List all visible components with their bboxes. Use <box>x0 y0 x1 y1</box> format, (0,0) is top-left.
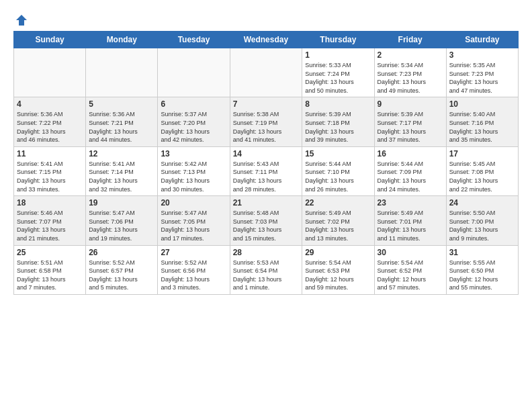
day-info: Sunrise: 5:53 AM Sunset: 6:54 PM Dayligh… <box>233 259 300 292</box>
calendar-cell: 12Sunrise: 5:41 AM Sunset: 7:14 PM Dayli… <box>86 146 158 195</box>
day-number: 15 <box>305 149 371 158</box>
calendar-cell: 14Sunrise: 5:43 AM Sunset: 7:11 PM Dayli… <box>230 146 302 195</box>
day-number: 3 <box>449 50 515 60</box>
calendar-week-row: 11Sunrise: 5:41 AM Sunset: 7:15 PM Dayli… <box>14 146 519 195</box>
day-info: Sunrise: 5:39 AM Sunset: 7:17 PM Dayligh… <box>378 110 443 144</box>
day-info: Sunrise: 5:50 AM Sunset: 7:00 PM Dayligh… <box>449 209 515 242</box>
day-header-friday: Friday <box>374 32 446 48</box>
calendar-cell: 6Sunrise: 5:37 AM Sunset: 7:20 PM Daylig… <box>158 97 230 146</box>
calendar-cell: 15Sunrise: 5:44 AM Sunset: 7:10 PM Dayli… <box>302 146 374 195</box>
day-info: Sunrise: 5:36 AM Sunset: 7:22 PM Dayligh… <box>17 110 83 144</box>
day-info: Sunrise: 5:43 AM Sunset: 7:11 PM Dayligh… <box>233 160 300 193</box>
day-info: Sunrise: 5:54 AM Sunset: 6:53 PM Dayligh… <box>305 259 371 292</box>
day-info: Sunrise: 5:41 AM Sunset: 7:14 PM Dayligh… <box>89 160 154 193</box>
day-number: 14 <box>233 149 300 158</box>
calendar-cell: 31Sunrise: 5:55 AM Sunset: 6:50 PM Dayli… <box>446 245 518 294</box>
calendar-cell: 10Sunrise: 5:40 AM Sunset: 7:16 PM Dayli… <box>446 97 518 146</box>
day-info: Sunrise: 5:51 AM Sunset: 6:58 PM Dayligh… <box>17 259 83 292</box>
day-number: 26 <box>89 248 154 257</box>
day-info: Sunrise: 5:39 AM Sunset: 7:18 PM Dayligh… <box>305 110 371 144</box>
calendar-cell: 18Sunrise: 5:46 AM Sunset: 7:07 PM Dayli… <box>14 196 86 245</box>
logo-icon <box>15 13 28 27</box>
day-number: 18 <box>17 198 83 208</box>
day-number: 8 <box>305 99 371 109</box>
logo <box>13 13 28 24</box>
calendar-cell: 9Sunrise: 5:39 AM Sunset: 7:17 PM Daylig… <box>374 97 446 146</box>
day-info: Sunrise: 5:38 AM Sunset: 7:19 PM Dayligh… <box>233 110 300 144</box>
calendar-cell: 27Sunrise: 5:52 AM Sunset: 6:56 PM Dayli… <box>158 245 230 294</box>
day-number: 6 <box>161 99 226 109</box>
calendar-cell: 19Sunrise: 5:47 AM Sunset: 7:06 PM Dayli… <box>86 196 158 245</box>
day-info: Sunrise: 5:44 AM Sunset: 7:09 PM Dayligh… <box>378 160 443 193</box>
calendar-cell: 17Sunrise: 5:45 AM Sunset: 7:08 PM Dayli… <box>446 146 518 195</box>
day-number: 17 <box>449 149 515 158</box>
day-number: 7 <box>233 99 300 109</box>
day-info: Sunrise: 5:42 AM Sunset: 7:13 PM Dayligh… <box>161 160 226 193</box>
calendar-cell: 16Sunrise: 5:44 AM Sunset: 7:09 PM Dayli… <box>374 146 446 195</box>
day-number: 16 <box>378 149 443 158</box>
day-info: Sunrise: 5:41 AM Sunset: 7:15 PM Dayligh… <box>17 160 83 193</box>
calendar-cell <box>14 48 86 97</box>
day-number: 20 <box>161 198 226 208</box>
calendar-cell <box>230 48 302 97</box>
day-header-monday: Monday <box>86 32 158 48</box>
calendar-header-row: SundayMondayTuesdayWednesdayThursdayFrid… <box>14 32 519 48</box>
day-number: 27 <box>161 248 226 257</box>
day-info: Sunrise: 5:35 AM Sunset: 7:23 PM Dayligh… <box>449 61 515 95</box>
day-header-tuesday: Tuesday <box>158 32 230 48</box>
calendar-cell: 28Sunrise: 5:53 AM Sunset: 6:54 PM Dayli… <box>230 245 302 294</box>
day-info: Sunrise: 5:55 AM Sunset: 6:50 PM Dayligh… <box>449 259 515 292</box>
day-number: 12 <box>89 149 154 158</box>
day-info: Sunrise: 5:52 AM Sunset: 6:56 PM Dayligh… <box>161 259 226 292</box>
calendar-cell: 23Sunrise: 5:49 AM Sunset: 7:01 PM Dayli… <box>374 196 446 245</box>
day-info: Sunrise: 5:34 AM Sunset: 7:23 PM Dayligh… <box>378 61 443 95</box>
day-header-thursday: Thursday <box>302 32 374 48</box>
calendar-table: SundayMondayTuesdayWednesdayThursdayFrid… <box>13 31 519 295</box>
calendar-cell: 7Sunrise: 5:38 AM Sunset: 7:19 PM Daylig… <box>230 97 302 146</box>
day-number: 9 <box>378 99 443 109</box>
day-info: Sunrise: 5:49 AM Sunset: 7:02 PM Dayligh… <box>305 209 371 242</box>
day-number: 30 <box>378 248 443 257</box>
calendar-cell: 22Sunrise: 5:49 AM Sunset: 7:02 PM Dayli… <box>302 196 374 245</box>
day-number: 2 <box>378 50 443 60</box>
day-info: Sunrise: 5:37 AM Sunset: 7:20 PM Dayligh… <box>161 110 226 144</box>
day-number: 5 <box>89 99 154 109</box>
day-number: 10 <box>449 99 515 109</box>
calendar-week-row: 4Sunrise: 5:36 AM Sunset: 7:22 PM Daylig… <box>14 97 519 146</box>
day-header-sunday: Sunday <box>14 32 86 48</box>
calendar-cell: 20Sunrise: 5:47 AM Sunset: 7:05 PM Dayli… <box>158 196 230 245</box>
calendar-cell: 8Sunrise: 5:39 AM Sunset: 7:18 PM Daylig… <box>302 97 374 146</box>
day-info: Sunrise: 5:45 AM Sunset: 7:08 PM Dayligh… <box>449 160 515 193</box>
day-info: Sunrise: 5:46 AM Sunset: 7:07 PM Dayligh… <box>17 209 83 242</box>
calendar-cell: 25Sunrise: 5:51 AM Sunset: 6:58 PM Dayli… <box>14 245 86 294</box>
calendar-cell: 29Sunrise: 5:54 AM Sunset: 6:53 PM Dayli… <box>302 245 374 294</box>
calendar-cell: 24Sunrise: 5:50 AM Sunset: 7:00 PM Dayli… <box>446 196 518 245</box>
day-number: 29 <box>305 248 371 257</box>
day-info: Sunrise: 5:33 AM Sunset: 7:24 PM Dayligh… <box>305 61 371 95</box>
day-number: 31 <box>449 248 515 257</box>
day-header-wednesday: Wednesday <box>230 32 302 48</box>
calendar-cell: 5Sunrise: 5:36 AM Sunset: 7:21 PM Daylig… <box>86 97 158 146</box>
day-number: 22 <box>305 198 371 208</box>
calendar-cell: 30Sunrise: 5:54 AM Sunset: 6:52 PM Dayli… <box>374 245 446 294</box>
day-info: Sunrise: 5:40 AM Sunset: 7:16 PM Dayligh… <box>449 110 515 144</box>
day-header-saturday: Saturday <box>446 32 518 48</box>
page-header <box>13 13 519 24</box>
day-info: Sunrise: 5:48 AM Sunset: 7:03 PM Dayligh… <box>233 209 300 242</box>
day-number: 1 <box>305 50 371 60</box>
calendar-cell: 1Sunrise: 5:33 AM Sunset: 7:24 PM Daylig… <box>302 48 374 97</box>
day-info: Sunrise: 5:36 AM Sunset: 7:21 PM Dayligh… <box>89 110 154 144</box>
calendar-cell: 2Sunrise: 5:34 AM Sunset: 7:23 PM Daylig… <box>374 48 446 97</box>
svg-marker-0 <box>16 15 27 26</box>
calendar-cell: 11Sunrise: 5:41 AM Sunset: 7:15 PM Dayli… <box>14 146 86 195</box>
day-number: 11 <box>17 149 83 158</box>
day-info: Sunrise: 5:49 AM Sunset: 7:01 PM Dayligh… <box>378 209 443 242</box>
calendar-week-row: 1Sunrise: 5:33 AM Sunset: 7:24 PM Daylig… <box>14 48 519 97</box>
calendar-cell <box>86 48 158 97</box>
calendar-week-row: 25Sunrise: 5:51 AM Sunset: 6:58 PM Dayli… <box>14 245 519 294</box>
day-number: 28 <box>233 248 300 257</box>
day-info: Sunrise: 5:47 AM Sunset: 7:05 PM Dayligh… <box>161 209 226 242</box>
day-info: Sunrise: 5:47 AM Sunset: 7:06 PM Dayligh… <box>89 209 154 242</box>
day-info: Sunrise: 5:52 AM Sunset: 6:57 PM Dayligh… <box>89 259 154 292</box>
calendar-week-row: 18Sunrise: 5:46 AM Sunset: 7:07 PM Dayli… <box>14 196 519 245</box>
